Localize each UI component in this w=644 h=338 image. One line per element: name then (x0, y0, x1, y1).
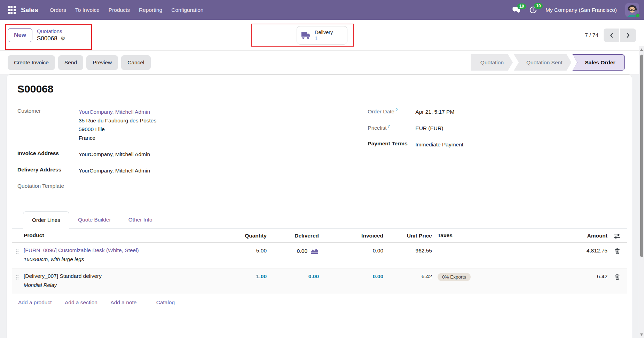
menu-to-invoice[interactable]: To Invoice (71, 0, 104, 20)
apps-menu-button[interactable] (6, 4, 17, 16)
tab-order-lines[interactable]: Order Lines (23, 211, 69, 229)
status-step-sales-order-label: Sales Order (572, 55, 624, 70)
app-name[interactable]: Sales (21, 6, 38, 14)
new-button[interactable]: New (8, 28, 32, 42)
order-date-label: Order Date? (368, 107, 415, 116)
control-panel: New Quotations S00068 ⚙ Delivery 1 7 / 7… (0, 20, 644, 51)
product-description[interactable]: Mondial Relay (24, 282, 237, 288)
delivered-cell[interactable]: 0.00 (297, 248, 307, 254)
col-amount[interactable]: Amount (571, 232, 607, 239)
delivered-cell[interactable]: 0.00 (308, 273, 319, 280)
delivery-address-value[interactable]: YourCompany, Mitchell Admin (79, 166, 368, 175)
product-link[interactable]: [FURN_0096] Customizable Desk (White, St… (24, 247, 139, 253)
pager-next-button[interactable] (620, 29, 636, 42)
activities-count-badge: 10 (534, 3, 543, 9)
status-step-quotation[interactable]: Quotation (471, 54, 513, 71)
amount-cell: 4,812.75 (571, 247, 607, 254)
catalog-link[interactable]: Catalog (156, 299, 175, 305)
quotation-template-value[interactable] (79, 183, 368, 189)
trash-icon (615, 274, 620, 280)
customer-address-line2: 59000 Lille (79, 126, 105, 132)
company-switcher[interactable]: My Company (San Francisco) (545, 7, 617, 13)
gear-icon[interactable]: ⚙ (61, 36, 65, 41)
vertical-scrollbar[interactable] (639, 46, 644, 338)
status-step-quotation-sent[interactable]: Quotation Sent (514, 54, 571, 71)
col-delivered[interactable]: Delivered (267, 232, 319, 239)
unit-price-cell[interactable]: 6.42 (383, 273, 432, 280)
messages-button[interactable]: 10 (512, 6, 521, 14)
tax-badge[interactable]: 0% Exports (438, 273, 471, 281)
status-steps: Quotation Quotation Sent Sales Order (471, 54, 625, 71)
customer-field: Customer YourCompany, Mitchell Admin 35 … (17, 107, 368, 142)
truck-icon (301, 31, 311, 40)
drag-handle[interactable] (12, 247, 24, 256)
delivery-address-label: Delivery Address (17, 166, 79, 175)
scrollbar-down-arrow[interactable] (640, 333, 643, 336)
delete-line-button[interactable] (607, 247, 627, 254)
invoice-address-field: Invoice Address YourCompany, Mitchell Ad… (17, 150, 368, 159)
col-taxes[interactable]: Taxes (432, 232, 571, 239)
table-row: [FURN_0096] Customizable Desk (White, St… (12, 243, 627, 268)
menu-configuration[interactable]: Configuration (167, 0, 208, 20)
pricelist-field: Pricelist? EUR (EUR) (368, 124, 621, 132)
product-text[interactable]: [Delivery_007] Standard delivery (24, 273, 102, 279)
quotation-template-field: Quotation Template (17, 183, 368, 189)
forecast-area-chart-icon[interactable] (310, 247, 319, 255)
add-product-link[interactable]: Add a product (18, 299, 52, 305)
user-menu[interactable] (625, 3, 639, 17)
pager-previous-button[interactable] (604, 29, 619, 42)
col-product[interactable]: Product (24, 232, 237, 239)
status-step-sales-order[interactable]: Sales Order (572, 54, 625, 71)
unit-price-cell[interactable]: 962.55 (383, 247, 432, 254)
create-invoice-button[interactable]: Create Invoice (8, 55, 55, 70)
invoiced-cell[interactable]: 0.00 (319, 273, 383, 280)
col-quantity[interactable]: Quantity (237, 232, 267, 239)
order-date-value[interactable]: Apr 21, 5:17 PM (415, 107, 621, 116)
invoice-address-value[interactable]: YourCompany, Mitchell Admin (79, 150, 368, 159)
tab-other-info[interactable]: Other Info (120, 211, 161, 229)
optional-columns-button[interactable] (607, 232, 627, 239)
online-status-dot (635, 13, 640, 18)
table-header-row: Product Quantity Delivered Invoiced Unit… (12, 229, 627, 243)
notebook-tabs: Order Lines Quote Builder Other Info (12, 211, 627, 229)
breadcrumb-current-label: S00068 (37, 35, 57, 42)
pager: 7 / 74 (585, 29, 636, 42)
amount-cell: 6.42 (571, 273, 607, 280)
col-invoiced[interactable]: Invoiced (319, 232, 383, 239)
chevron-right-icon (626, 32, 630, 38)
menu-products[interactable]: Products (104, 0, 134, 20)
pager-value[interactable]: 7 / 74 (585, 32, 598, 38)
cancel-button[interactable]: Cancel (121, 55, 150, 70)
menu-reporting[interactable]: Reporting (134, 0, 167, 20)
invoiced-cell[interactable]: 0.00 (319, 247, 383, 254)
scrollbar-up-arrow[interactable] (640, 48, 643, 51)
top-navbar: Sales Orders To Invoice Products Reporti… (0, 0, 644, 20)
breadcrumb-quotations-link[interactable]: Quotations (37, 28, 65, 34)
scrollbar-thumb[interactable] (640, 55, 643, 257)
activities-button[interactable]: 10 (529, 6, 537, 14)
drag-handle-icon (15, 249, 19, 255)
product-description[interactable]: 160x80cm, with large legs (24, 256, 237, 262)
table-row: [Delivery_007] Standard delivery Mondial… (12, 268, 627, 294)
col-unit-price[interactable]: Unit Price (383, 232, 432, 239)
preview-button[interactable]: Preview (86, 55, 118, 70)
send-button[interactable]: Send (58, 55, 83, 70)
invoice-address-label: Invoice Address (17, 150, 79, 159)
tab-quote-builder[interactable]: Quote Builder (69, 211, 120, 229)
quantity-cell[interactable]: 5.00 (237, 247, 267, 254)
add-note-link[interactable]: Add a note (110, 299, 136, 305)
breadcrumb: Quotations S00068 ⚙ (37, 28, 65, 42)
delivery-smart-button-count: 1 (315, 35, 333, 41)
sales-order-sheet: S00068 Customer YourCompany, Mitchell Ad… (7, 74, 632, 338)
messages-count-badge: 10 (517, 3, 526, 9)
customer-label: Customer (17, 107, 79, 142)
delivery-smart-button[interactable]: Delivery 1 (297, 26, 347, 45)
delete-line-button[interactable] (607, 273, 627, 280)
drag-handle[interactable] (12, 273, 24, 282)
quantity-cell[interactable]: 1.00 (237, 273, 267, 280)
customer-link[interactable]: YourCompany, Mitchell Admin (79, 109, 150, 115)
payment-terms-value[interactable]: Immediate Payment (415, 140, 621, 149)
add-section-link[interactable]: Add a section (65, 299, 97, 305)
menu-orders[interactable]: Orders (45, 0, 71, 20)
pricelist-value[interactable]: EUR (EUR) (415, 124, 621, 132)
